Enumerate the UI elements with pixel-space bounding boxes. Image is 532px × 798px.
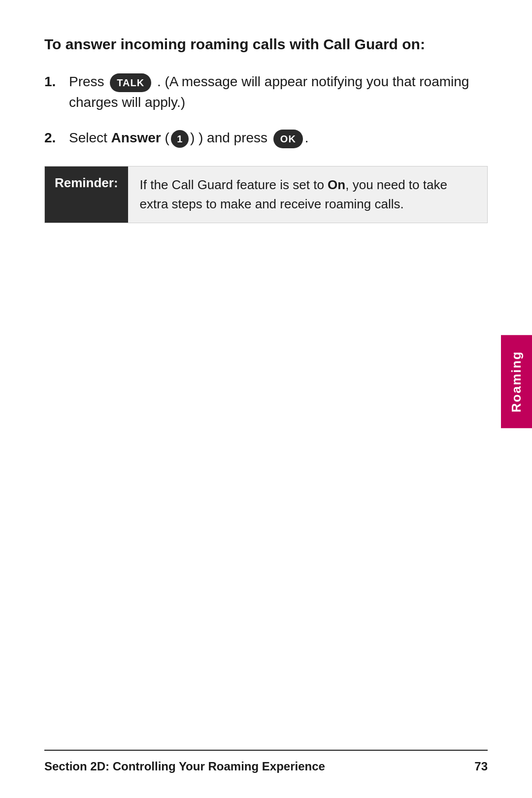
- footer-page-number: 73: [474, 760, 488, 773]
- side-tab: Roaming: [501, 335, 532, 428]
- step-2-number: 2.: [44, 128, 69, 148]
- step-1-number: 1.: [44, 71, 69, 92]
- step-1-before-btn: Press: [69, 74, 104, 89]
- reminder-box: Reminder: If the Call Guard feature is s…: [44, 166, 488, 223]
- step-2: 2. Select Answer (1) ) and press OK.: [44, 128, 488, 148]
- step-2-end: .: [305, 130, 309, 145]
- step-2-close-paren: ): [190, 130, 195, 145]
- reminder-text: If the Call Guard feature is set to On, …: [128, 166, 487, 223]
- number-1-button-icon: 1: [171, 130, 189, 148]
- step-1-content: Press TALK . (A message will appear noti…: [69, 71, 488, 113]
- ok-button-icon: OK: [273, 130, 303, 148]
- step-2-select: Select: [69, 130, 107, 145]
- talk-button-icon: TALK: [110, 73, 151, 92]
- step-2-content: Select Answer (1) ) and press OK.: [69, 128, 488, 148]
- steps-list: 1. Press TALK . (A message will appear n…: [44, 71, 488, 148]
- step-2-and-press: ) and press: [199, 130, 267, 145]
- footer-left: Section 2D: Controlling Your Roaming Exp…: [44, 760, 325, 773]
- step-1: 1. Press TALK . (A message will appear n…: [44, 71, 488, 113]
- footer: Section 2D: Controlling Your Roaming Exp…: [44, 750, 488, 773]
- step-2-answer-bold: Answer: [111, 130, 161, 145]
- reminder-label: Reminder:: [45, 166, 128, 223]
- section-heading: To answer incoming roaming calls with Ca…: [44, 34, 488, 54]
- reminder-bold-on: On: [328, 177, 345, 192]
- step-2-open-paren: (: [165, 130, 169, 145]
- reminder-line1: If the Call Guard feature is set to: [140, 177, 324, 192]
